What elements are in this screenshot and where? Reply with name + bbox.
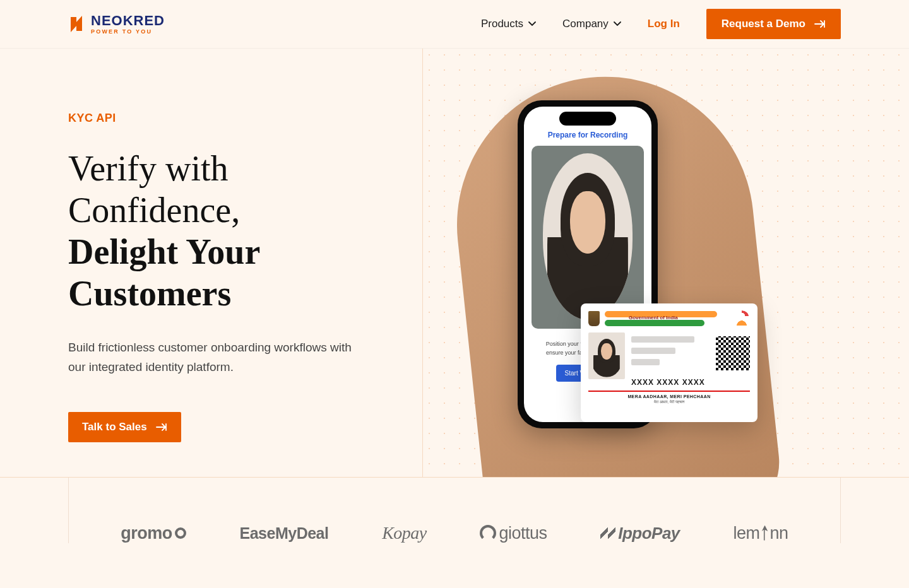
chevron-down-icon bbox=[614, 21, 621, 26]
qr-code-icon bbox=[716, 336, 750, 370]
request-demo-button[interactable]: Request a Demo bbox=[706, 9, 841, 39]
arrow-right-icon bbox=[814, 20, 826, 28]
brand-logo-mark-icon bbox=[68, 13, 85, 35]
aadhaar-header: Government of India bbox=[588, 310, 750, 327]
phone-app-title: Prepare for Recording bbox=[532, 131, 644, 139]
tricolor-stripes-icon: Government of India bbox=[605, 311, 728, 326]
partner-logos: gromo EaseMyDeal Kopay giottus IppoPay l… bbox=[68, 478, 841, 543]
hero-subhead: Build frictionless customer onboarding w… bbox=[68, 338, 352, 377]
partner-lemonn-logo: lemnn bbox=[734, 524, 788, 543]
aadhaar-logo-icon bbox=[734, 312, 750, 326]
nav-company[interactable]: Company bbox=[562, 18, 621, 30]
partner-easemydeal-logo: EaseMyDeal bbox=[240, 524, 329, 543]
brand-name: NEOKRED bbox=[91, 14, 165, 28]
partner-gromo-logo: gromo bbox=[121, 524, 186, 543]
detail-line-placeholder bbox=[631, 336, 694, 343]
hero-headline-bold: Delight Your Customers bbox=[68, 232, 259, 313]
brand-logo-text: NEOKRED POWER TO YOU bbox=[91, 14, 165, 35]
ippopay-arrows-icon bbox=[600, 526, 615, 541]
phone-notch-icon bbox=[559, 112, 616, 126]
hero-copy: KYC API Verify with Confidence, Delight … bbox=[0, 49, 423, 477]
aadhaar-photo bbox=[588, 332, 625, 379]
partner-giottus-logo: giottus bbox=[480, 524, 547, 543]
nav-company-label: Company bbox=[562, 18, 609, 30]
aadhaar-details: XXXX XXXX XXXX bbox=[631, 332, 710, 387]
aadhaar-header-label: Government of India bbox=[629, 315, 678, 320]
partner-kopay-logo: Kopay bbox=[382, 523, 427, 543]
site-header: NEOKRED POWER TO YOU Products Company Lo… bbox=[0, 0, 909, 49]
request-demo-label: Request a Demo bbox=[722, 18, 805, 30]
talk-to-sales-label: Talk to Sales bbox=[82, 421, 147, 433]
chevron-down-icon bbox=[528, 21, 536, 26]
hero-illustration: Prepare for Recording Position your face… bbox=[423, 49, 909, 477]
selfie-oval bbox=[543, 153, 633, 320]
selfie-frame bbox=[532, 146, 644, 329]
aadhaar-tagline-en: MERA AADHAAR, MERI PEHCHAAN bbox=[588, 394, 750, 399]
aadhaar-body: XXXX XXXX XXXX bbox=[588, 332, 750, 387]
gromo-dot-icon bbox=[175, 527, 186, 539]
aadhaar-number: XXXX XXXX XXXX bbox=[631, 378, 710, 387]
main-nav: Products Company Log In Request a Demo bbox=[481, 9, 841, 39]
login-link[interactable]: Log In bbox=[648, 18, 680, 30]
hero-headline-light: Verify with Confidence, bbox=[68, 149, 240, 230]
india-emblem-icon bbox=[588, 311, 600, 326]
arrow-right-icon bbox=[156, 423, 167, 432]
nav-products[interactable]: Products bbox=[481, 18, 536, 30]
partner-ippopay-logo: IppoPay bbox=[600, 524, 680, 543]
lemonn-plant-icon bbox=[760, 526, 770, 541]
brand-tagline: POWER TO YOU bbox=[91, 29, 165, 35]
hero-section: KYC API Verify with Confidence, Delight … bbox=[0, 49, 909, 478]
aadhaar-tagline-hi: मेरा आधार, मेरी पहचान bbox=[588, 400, 750, 404]
brand-logo[interactable]: NEOKRED POWER TO YOU bbox=[68, 13, 165, 35]
detail-line-placeholder bbox=[631, 359, 660, 365]
giottus-ring-icon bbox=[480, 525, 496, 541]
aadhaar-card: Government of India XXXX XXXX XXXX MERA … bbox=[581, 303, 758, 422]
hero-eyebrow: KYC API bbox=[68, 112, 398, 125]
detail-line-placeholder bbox=[631, 348, 675, 354]
aadhaar-footer: MERA AADHAAR, MERI PEHCHAAN मेरा आधार, म… bbox=[588, 391, 750, 404]
selfie-face-graphic bbox=[547, 170, 628, 320]
talk-to-sales-button[interactable]: Talk to Sales bbox=[68, 412, 181, 442]
hero-headline: Verify with Confidence, Delight Your Cus… bbox=[68, 148, 398, 314]
aadhaar-photo-face-graphic bbox=[593, 338, 620, 377]
nav-products-label: Products bbox=[481, 18, 523, 30]
